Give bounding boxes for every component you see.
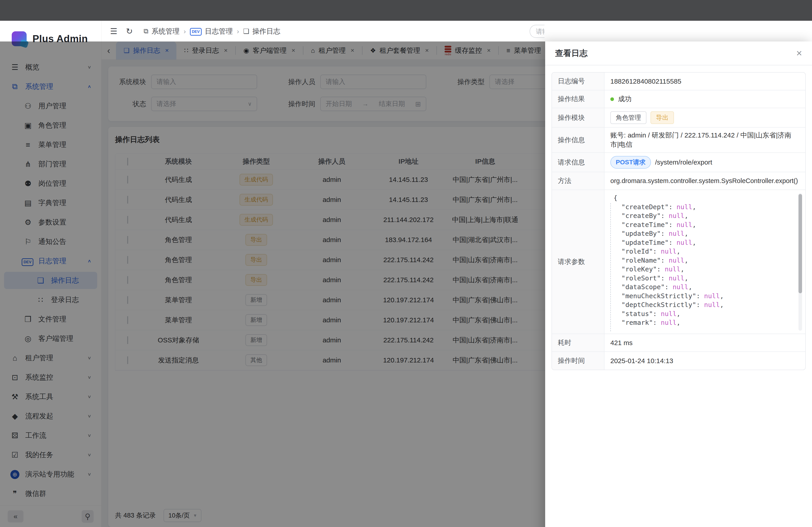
detail-row-method: 方法 org.dromara.system.controller.system.… (552, 172, 805, 190)
hamburger-icon[interactable]: ☰ (110, 27, 117, 36)
close-icon[interactable]: × (796, 48, 802, 58)
view-log-drawer: 查看日志 × 日志编号 1882612840802115585 操作结果 成功 … (545, 42, 812, 527)
drawer-header: 查看日志 × (545, 42, 812, 65)
log-detail-table: 日志编号 1882612840802115585 操作结果 成功 操作模块 角色… (551, 72, 806, 370)
detail-row-result: 操作结果 成功 (552, 90, 805, 108)
refresh-icon[interactable]: ↻ (126, 27, 133, 36)
drawer-title: 查看日志 (555, 48, 588, 59)
breadcrumb-label: 系统管理 (151, 27, 179, 36)
detail-row-module: 操作模块 角色管理 导出 (552, 108, 805, 127)
detail-row-log-id: 日志编号 1882612840802115585 (552, 73, 805, 90)
breadcrumb-item-系统管理[interactable]: ⧉系统管理 (143, 27, 179, 36)
breadcrumb: ⧉系统管理›DEV日志管理›❏操作日志 (143, 27, 280, 36)
request-url: /system/role/export (655, 159, 712, 166)
drawer-body: 日志编号 1882612840802115585 操作结果 成功 操作模块 角色… (545, 65, 812, 377)
request-params-json[interactable]: { "createDept": null, "createBy": null, … (605, 190, 805, 334)
detail-row-optime: 操作时间 2025-01-24 10:14:13 (552, 352, 805, 370)
topbar: ☰ ↻ ⧉系统管理›DEV日志管理›❏操作日志 请输入 (102, 21, 812, 42)
export-tag: 导出 (651, 111, 674, 124)
json-code: { "createDept": null, "createBy": null, … (610, 194, 724, 327)
breadcrumb-separator-icon: › (184, 28, 186, 35)
breadcrumb-label: 操作日志 (252, 27, 280, 36)
result-text: 成功 (618, 94, 632, 104)
detail-row-duration: 耗时 421 ms (552, 334, 805, 352)
indent-guide (610, 203, 611, 331)
monitor-icon: ⧉ (143, 27, 148, 35)
breadcrumb-separator-icon: › (237, 28, 239, 35)
app-root: Plus Admin ☰概览∨⧉系统管理∧⚇用户管理▣角色管理≡菜单管理⋔部门管… (0, 21, 812, 527)
json-scrollbar-thumb[interactable] (798, 194, 802, 293)
post-method-tag: POST请求 (610, 156, 651, 169)
detail-row-params: 请求参数 { "createDept": null, "createBy": n… (552, 190, 805, 334)
breadcrumb-label: 日志管理 (205, 27, 233, 36)
dev-badge-icon: DEV (190, 27, 202, 35)
header-search-input[interactable]: 请输入 (530, 25, 545, 38)
window-titlebar (0, 0, 812, 21)
breadcrumb-item-操作日志[interactable]: ❏操作日志 (243, 27, 280, 36)
detail-row-request: 请求信息 POST请求 /system/role/export (552, 153, 805, 172)
success-dot-icon (610, 97, 614, 101)
breadcrumb-item-日志管理[interactable]: DEV日志管理 (190, 27, 233, 36)
module-tag: 角色管理 (610, 111, 647, 124)
oplog-icon: ❏ (243, 27, 249, 35)
detail-row-info: 操作信息 账号: admin / 研发部门 / 222.175.114.242 … (552, 127, 805, 153)
